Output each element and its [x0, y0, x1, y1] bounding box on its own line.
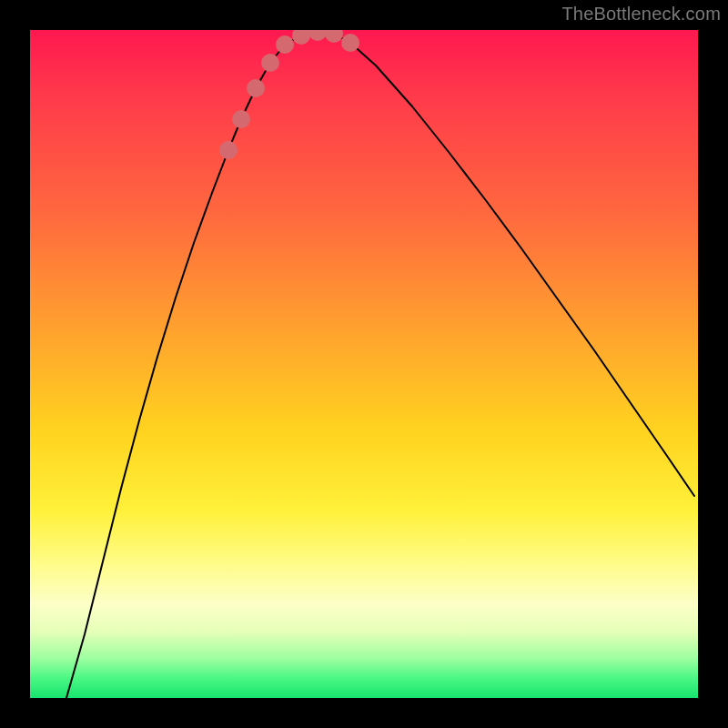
watermark-label: TheBottleneck.com	[561, 4, 721, 25]
highlight-dot	[261, 54, 279, 72]
curve-path	[66, 32, 694, 698]
highlight-dot	[232, 110, 250, 128]
highlight-dot	[219, 141, 238, 159]
chart-frame: TheBottleneck.com	[0, 0, 728, 728]
highlight-dot	[325, 30, 343, 43]
highlight-dot	[276, 35, 294, 54]
chart-svg	[30, 30, 698, 698]
chart-plot-area	[30, 30, 698, 698]
highlight-dot	[292, 30, 310, 45]
highlight-dot	[341, 34, 359, 52]
highlight-dot	[308, 30, 327, 41]
highlight-dot	[247, 79, 265, 97]
